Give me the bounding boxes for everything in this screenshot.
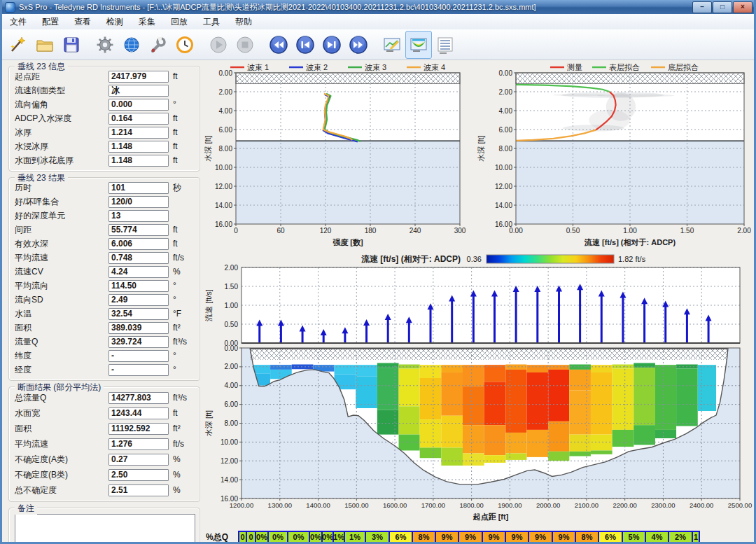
svg-text:2.00: 2.00 bbox=[225, 363, 239, 370]
field-value[interactable]: 14277.803 bbox=[108, 392, 169, 404]
field-value[interactable]: 13 bbox=[108, 210, 169, 222]
velocity-vector-chart[interactable]: 流速 [ft/s] (相对于: ADCP)0.361.82 ft/s0.000.… bbox=[203, 251, 754, 349]
field-value[interactable]: 101 bbox=[108, 182, 169, 194]
step-forward-icon[interactable] bbox=[318, 31, 345, 59]
clock-icon[interactable] bbox=[172, 31, 198, 59]
notes-textarea[interactable] bbox=[15, 514, 195, 542]
field-value[interactable]: 2.50 bbox=[108, 469, 169, 481]
tools-wrench-icon[interactable] bbox=[145, 31, 172, 59]
wizard-icon[interactable] bbox=[5, 31, 31, 59]
q-percent-cell: 8% bbox=[412, 531, 436, 543]
field-value[interactable]: 0.27 bbox=[108, 454, 169, 466]
menu-item-3[interactable]: 检测 bbox=[99, 15, 131, 29]
field-value[interactable]: 0.164 bbox=[108, 113, 169, 125]
field-value[interactable]: 1.276 bbox=[108, 438, 169, 450]
field-unit: ° bbox=[169, 295, 195, 305]
svg-text:6.00: 6.00 bbox=[225, 400, 239, 408]
menu-item-7[interactable]: 帮助 bbox=[227, 15, 260, 29]
close-button[interactable]: × bbox=[733, 1, 752, 13]
field-value[interactable]: 4.24 bbox=[108, 266, 169, 278]
field-label: ADCP入水深度 bbox=[15, 113, 108, 125]
field-value[interactable]: 1243.44 bbox=[108, 407, 169, 419]
field-row: 总不确定度2.51% bbox=[15, 482, 195, 498]
maximize-button[interactable]: □ bbox=[713, 1, 732, 13]
svg-text:0.50: 0.50 bbox=[225, 321, 239, 328]
contour-view-icon[interactable] bbox=[405, 31, 432, 59]
q-percent-cell: 0% bbox=[287, 531, 310, 543]
chart-edit-view-icon[interactable] bbox=[379, 31, 405, 59]
field-row: 平均流速0.748ft/s bbox=[15, 251, 195, 265]
svg-text:120: 120 bbox=[320, 227, 332, 235]
field-value[interactable]: 1.148 bbox=[108, 141, 169, 153]
svg-text:1.82 ft/s: 1.82 ft/s bbox=[618, 255, 646, 263]
field-label: 平均流速 bbox=[15, 438, 108, 450]
field-value[interactable]: - bbox=[108, 350, 169, 362]
svg-text:强度 [数]: 强度 [数] bbox=[332, 238, 363, 246]
field-value[interactable]: 329.724 bbox=[108, 336, 169, 348]
minimize-button[interactable]: – bbox=[692, 1, 712, 13]
svg-text:4.00: 4.00 bbox=[225, 382, 239, 389]
field-unit: ° bbox=[169, 281, 195, 291]
field-value[interactable]: 120/0 bbox=[108, 196, 169, 208]
field-row: 流速CV4.24% bbox=[15, 265, 195, 279]
field-value[interactable]: 6.006 bbox=[108, 238, 169, 250]
fast-forward-icon[interactable] bbox=[345, 31, 372, 59]
field-unit: ft² bbox=[169, 323, 195, 333]
field-label: 面积 bbox=[15, 423, 108, 435]
field-value[interactable]: 114.50 bbox=[108, 280, 169, 292]
field-unit: % bbox=[169, 267, 195, 277]
cross-section-contour-chart[interactable]: 0.002.004.006.008.0010.0012.0014.0016.00… bbox=[203, 346, 754, 528]
field-value[interactable]: 2.49 bbox=[108, 294, 169, 306]
q-percent-cell: 9% bbox=[505, 531, 529, 543]
field-value[interactable]: 55.774 bbox=[108, 224, 169, 236]
q-percent-cell: 5% bbox=[622, 531, 646, 543]
field-row: 间距55.774ft bbox=[15, 223, 195, 237]
velocity-fit-chart: 0.002.004.006.008.0010.0012.0014.0016.00… bbox=[476, 62, 753, 253]
field-unit: ft bbox=[169, 141, 195, 151]
field-value[interactable]: 11192.592 bbox=[108, 423, 169, 435]
field-label: 总不确定度 bbox=[15, 484, 108, 496]
field-value[interactable]: 2.51 bbox=[108, 484, 169, 496]
field-unit: ° bbox=[169, 365, 195, 375]
globe-icon[interactable] bbox=[118, 31, 145, 59]
field-value[interactable]: 1.214 bbox=[108, 127, 169, 139]
field-row: 流量Q329.724ft³/s bbox=[15, 335, 195, 349]
field-value[interactable]: 2417.979 bbox=[108, 71, 169, 83]
svg-text:14.00: 14.00 bbox=[495, 202, 512, 209]
field-value[interactable]: 1.148 bbox=[108, 155, 169, 167]
field-value[interactable]: 389.039 bbox=[108, 322, 169, 334]
toolbar bbox=[2, 29, 754, 60]
field-label: 纬度 bbox=[15, 350, 108, 362]
charts-area: 0.002.004.006.008.0010.0012.0014.0016.00… bbox=[203, 60, 754, 542]
group-title: 备注 bbox=[15, 503, 37, 515]
menu-item-1[interactable]: 配置 bbox=[34, 15, 66, 29]
step-back-icon[interactable] bbox=[292, 31, 318, 59]
field-value[interactable]: 0.748 bbox=[108, 252, 169, 264]
q-percent-cell: 8% bbox=[575, 531, 599, 543]
settings-gear-icon[interactable] bbox=[92, 31, 118, 59]
title-bar[interactable]: SxS Pro - Teledyne RD Instruments - [F:\… bbox=[2, 0, 754, 14]
field-value[interactable]: 0.000 bbox=[108, 99, 169, 111]
rewind-icon[interactable] bbox=[265, 31, 292, 59]
field-label: 水温 bbox=[15, 308, 108, 320]
svg-text:2400.00: 2400.00 bbox=[690, 501, 713, 509]
menu-item-4[interactable]: 采集 bbox=[131, 15, 163, 29]
save-icon[interactable] bbox=[58, 31, 85, 59]
svg-text:起点距 [ft]: 起点距 [ft] bbox=[472, 512, 509, 521]
field-label: 平均流速 bbox=[15, 252, 108, 264]
svg-text:测量: 测量 bbox=[567, 63, 582, 71]
menu-item-6[interactable]: 工具 bbox=[195, 15, 227, 29]
report-view-icon[interactable] bbox=[432, 31, 458, 59]
menu-item-2[interactable]: 查看 bbox=[66, 15, 99, 29]
field-label: 有效水深 bbox=[15, 238, 108, 250]
menu-item-5[interactable]: 回放 bbox=[163, 15, 195, 29]
q-percent-cell: 3% bbox=[365, 531, 390, 543]
menu-item-0[interactable]: 文件 bbox=[2, 15, 34, 29]
open-folder-icon[interactable] bbox=[31, 31, 58, 59]
svg-text:10.00: 10.00 bbox=[215, 164, 232, 172]
field-value[interactable]: 32.54 bbox=[108, 308, 169, 320]
field-unit: ° bbox=[169, 351, 195, 361]
field-unit: ft bbox=[169, 225, 195, 235]
field-value[interactable]: 冰 bbox=[108, 85, 169, 97]
field-value[interactable]: - bbox=[108, 364, 169, 376]
